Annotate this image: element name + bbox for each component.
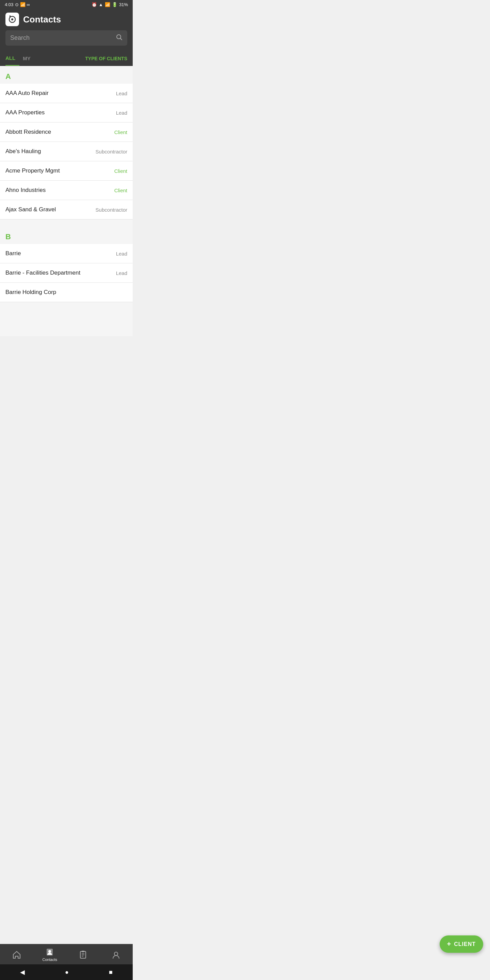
battery-percent: 31%	[119, 2, 128, 7]
tab-all[interactable]: ALL	[5, 51, 19, 66]
search-icon	[116, 34, 123, 42]
contact-type: Client	[115, 188, 127, 193]
search-input[interactable]	[10, 34, 116, 41]
contact-item[interactable]: Acme Property MgmtClient	[0, 161, 133, 181]
contact-item[interactable]: Ajax Sand & GravelSubcontractor	[0, 200, 133, 220]
contact-item[interactable]: Abe's HaulingSubcontractor	[0, 142, 133, 161]
search-input-wrapper[interactable]	[5, 30, 127, 46]
status-bar: 4:03 ⊙ 📶 ∞ ⏰ ▲ 📶 🔋 31%	[0, 0, 133, 9]
app-logo	[5, 13, 19, 26]
battery-icon: 🔋	[112, 2, 118, 7]
status-right: ⏰ ▲ 📶 🔋 31%	[92, 2, 128, 7]
search-bar	[0, 26, 133, 51]
contact-name: AAA Properties	[5, 109, 45, 116]
contact-name: Ajax Sand & Gravel	[5, 206, 56, 213]
contact-item[interactable]: AAA Auto RepairLead	[0, 84, 133, 103]
contact-type: Lead	[116, 110, 127, 116]
svg-line-5	[121, 38, 122, 40]
page-title: Contacts	[23, 14, 61, 25]
contact-type: Client	[115, 129, 127, 135]
contact-name: Abe's Hauling	[5, 148, 41, 155]
contact-item[interactable]: Barrie Holding Corp	[0, 283, 133, 302]
tab-my[interactable]: MY	[23, 51, 35, 65]
contact-name: Barrie	[5, 250, 21, 257]
status-left: 4:03 ⊙ 📶 ∞	[5, 2, 30, 7]
filter-tabs: ALL MY TYPE OF CLIENTS	[0, 51, 133, 66]
contact-name: AAA Auto Repair	[5, 90, 49, 97]
contact-item[interactable]: Barrie - Facilities DepartmentLead	[0, 263, 133, 283]
svg-point-2	[11, 18, 13, 21]
contact-name: Acme Property Mgmt	[5, 167, 60, 174]
contact-name: Barrie - Facilities Department	[5, 269, 80, 276]
contact-type: Lead	[116, 270, 127, 276]
contact-type: Subcontractor	[95, 207, 127, 213]
contact-item[interactable]: AAA PropertiesLead	[0, 103, 133, 123]
wifi-icon: ▲	[99, 2, 103, 7]
contact-list: AAAA Auto RepairLeadAAA PropertiesLeadAb…	[0, 66, 133, 336]
svg-rect-3	[10, 15, 11, 18]
section-letter-a: A	[0, 66, 133, 84]
contact-name: Ahno Industries	[5, 187, 46, 194]
contact-item[interactable]: Ahno IndustriesClient	[0, 181, 133, 200]
contact-item[interactable]: BarrieLead	[0, 244, 133, 263]
contact-type: Subcontractor	[95, 149, 127, 154]
type-of-clients-button[interactable]: TYPE OF CLIENTS	[85, 52, 127, 65]
contact-type: Lead	[116, 251, 127, 256]
section-spacer	[0, 302, 133, 309]
contact-type: Lead	[116, 91, 127, 96]
contact-type: Client	[115, 168, 127, 174]
contact-name: Abbott Residence	[5, 129, 51, 135]
signal-icon: 📶	[105, 2, 110, 7]
section-spacer	[0, 220, 133, 226]
alarm-icon: ⏰	[92, 2, 97, 7]
contact-item[interactable]: Abbott ResidenceClient	[0, 123, 133, 142]
section-letter-b: B	[0, 226, 133, 244]
contact-name: Barrie Holding Corp	[5, 289, 56, 296]
status-icons: ⊙ 📶 ∞	[15, 2, 30, 7]
status-time: 4:03	[5, 2, 13, 7]
app-header: Contacts	[0, 9, 133, 26]
